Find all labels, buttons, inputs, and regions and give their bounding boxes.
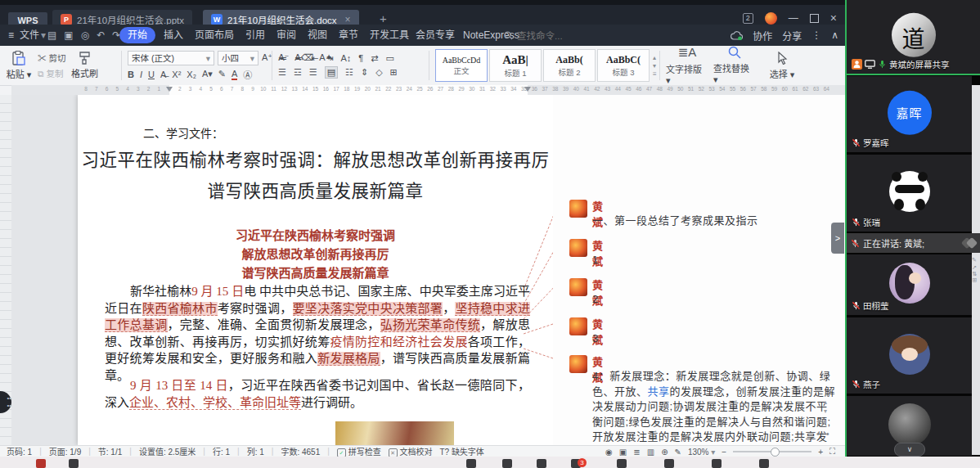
font-size-select[interactable]: 小四▾ — [218, 51, 258, 65]
align-center-icon[interactable]: ☲ — [294, 67, 302, 78]
select-button[interactable]: 选择 ▾ — [761, 52, 803, 80]
text-frame-icon[interactable]: ▭ — [385, 53, 393, 64]
participant-tile[interactable]: 燕子 — [847, 317, 972, 394]
distribute-icon[interactable]: ☷ — [345, 67, 353, 78]
collapse-participants-button[interactable]: ∨ — [894, 443, 925, 457]
participant-tile-sharing[interactable]: 道 黄斌的屏幕共享 — [847, 0, 980, 75]
close-window-button[interactable]: × — [830, 11, 837, 25]
tab-home[interactable]: 开始 — [119, 27, 155, 43]
paste-button[interactable]: 粘贴 ▾ — [3, 48, 34, 83]
borders-icon[interactable]: ⊞ — [390, 67, 398, 78]
show-marks-icon[interactable]: ¶ — [358, 53, 363, 63]
styles-down-icon[interactable]: ▾ — [653, 62, 657, 70]
numbering-icon[interactable]: ≕ — [294, 53, 303, 64]
account-avatar[interactable] — [765, 12, 777, 25]
comments-more-button[interactable]: ••• — [816, 429, 831, 439]
web-view-icon[interactable]: ⊕ — [661, 448, 668, 457]
collapse-comments-tab[interactable]: > — [831, 223, 844, 254]
style-heading3[interactable]: AaBbC(标题 3 — [597, 49, 650, 82]
taskbar-app-icon[interactable] — [617, 459, 627, 468]
highlight-pen-icon[interactable]: ✎ — [218, 69, 226, 79]
superscript-icon[interactable]: X² — [172, 70, 181, 79]
text-fx-icon[interactable]: A▾ — [202, 69, 213, 79]
outline-view-icon[interactable]: ≣ — [633, 448, 640, 457]
taskbar-app-icon[interactable] — [664, 459, 674, 468]
inline-photo[interactable] — [335, 421, 454, 445]
spellcheck-toggle[interactable]: ✓ 拼写检查 — [337, 445, 381, 457]
preview-icon[interactable]: ◎ — [81, 29, 89, 41]
save-icon[interactable]: ▤ — [47, 29, 56, 41]
zoom-out-button[interactable]: − — [722, 448, 726, 457]
font-color-icon[interactable]: A — [232, 69, 237, 80]
print-icon[interactable]: ▣ — [64, 29, 73, 41]
tab-references[interactable]: 引用 — [245, 25, 265, 46]
align-right-icon[interactable]: ☰ — [309, 67, 317, 78]
outdent-icon[interactable]: ⇤ — [311, 53, 318, 64]
maximize-button[interactable] — [810, 14, 819, 23]
tab-page-layout[interactable]: 页面布局 — [195, 25, 234, 46]
taskbar-app-icon[interactable] — [69, 459, 79, 468]
file-dropdown-icon[interactable]: ▾ — [41, 25, 46, 46]
zoom-slider[interactable] — [733, 451, 811, 452]
minimize-button[interactable]: — — [789, 12, 798, 24]
taskbar-app-icon[interactable] — [537, 459, 546, 468]
more-menu-icon[interactable]: ⋮ — [811, 29, 821, 41]
copy-button[interactable]: ⧉ 复制 — [38, 67, 65, 79]
style-normal[interactable]: AaBbCcDd正文 — [435, 49, 488, 82]
italic-icon[interactable]: I — [140, 70, 142, 79]
zoom-in-button[interactable]: + — [818, 448, 823, 457]
file-menu[interactable]: 文件 — [20, 25, 39, 46]
cloud-sync-icon[interactable] — [731, 31, 743, 40]
collaborate-button[interactable]: 协作 — [753, 29, 772, 43]
taskbar-app-icon[interactable] — [36, 459, 46, 468]
menu-icon[interactable]: ≡ — [8, 25, 14, 46]
status-word-count[interactable]: 字数: 4651 — [281, 445, 320, 457]
style-heading1[interactable]: AaB|标题 1 — [489, 49, 542, 82]
tab-insert[interactable]: 插入 — [164, 25, 183, 46]
close-tab-icon[interactable]: × — [345, 14, 351, 25]
taskbar-app-icon[interactable] — [712, 459, 722, 468]
participant-tile[interactable]: 张瑞 — [847, 155, 972, 232]
comments-scrollbar[interactable]: ▴▾ — [820, 398, 831, 416]
share-button[interactable]: 分享 — [782, 29, 802, 43]
search-input[interactable] — [515, 27, 617, 45]
tab-view[interactable]: 视图 — [308, 25, 327, 46]
new-tab-button[interactable]: + — [380, 11, 387, 25]
underline-icon[interactable]: U — [148, 70, 155, 79]
collapse-ribbon-icon[interactable]: ∧ — [831, 29, 838, 41]
eye-protect-icon[interactable]: ◉ — [605, 448, 613, 457]
strikethrough-icon[interactable]: A̶ — [160, 70, 166, 79]
taskbar-app-icon[interactable] — [759, 459, 769, 468]
align-left-icon[interactable]: ☰ — [278, 67, 286, 78]
line-spacing-icon[interactable]: ⇕ — [361, 67, 368, 78]
cut-button[interactable]: ✂ 剪切 — [38, 52, 65, 64]
font-name-select[interactable]: 宋体 (正文)▾ — [128, 51, 214, 65]
styles-more-icon[interactable]: ≡ — [653, 70, 657, 78]
justify-icon[interactable]: ▤ — [325, 66, 338, 79]
tab-section[interactable]: 章节 — [339, 25, 358, 46]
window-count-badge[interactable]: 2 — [743, 13, 753, 24]
bullets-icon[interactable]: ≔ — [278, 53, 287, 64]
zoom-slider-knob[interactable] — [771, 448, 780, 457]
participant-tile[interactable]: 嘉晖 罗嘉晖 — [847, 76, 972, 152]
participant-tile[interactable]: 田栩莹 — [847, 254, 972, 315]
missing-font-button[interactable]: T? 缺失字体 — [439, 445, 483, 457]
proofing-toggle[interactable]: ✕ 文档校对 — [389, 445, 433, 457]
edit-mode-icon[interactable]: ✎ — [675, 448, 681, 457]
tab-review[interactable]: 审阅 — [276, 25, 296, 46]
format-painter-button[interactable]: 格式刷 — [69, 48, 100, 83]
sort-icon[interactable]: A↕ — [340, 53, 351, 63]
multi-page-icon[interactable]: ▥ — [647, 448, 654, 457]
tab-developer[interactable]: 开发工具 — [370, 25, 409, 46]
taskbar-app-icon[interactable] — [502, 459, 512, 468]
print-layout-icon[interactable]: ▣ — [619, 448, 627, 457]
fullscreen-icon[interactable]: ⛶ — [829, 447, 835, 457]
taskbar-app-icon[interactable]: 3 — [571, 459, 581, 468]
document-page[interactable]: 二、学习文件： 习近平在陕西榆林考察时强调：解放思想改革创新再接再厉 谱写陕西高… — [78, 95, 553, 445]
windows-taskbar[interactable]: 3 — [0, 457, 980, 468]
undo-icon[interactable]: ↶ — [97, 29, 105, 41]
char-border-icon[interactable]: Ⓐ — [243, 68, 252, 81]
subscript-icon[interactable]: X₂ — [187, 70, 196, 79]
taskbar-app-icon[interactable] — [466, 459, 476, 468]
text-direction-icon[interactable]: ⇄ — [371, 53, 378, 64]
